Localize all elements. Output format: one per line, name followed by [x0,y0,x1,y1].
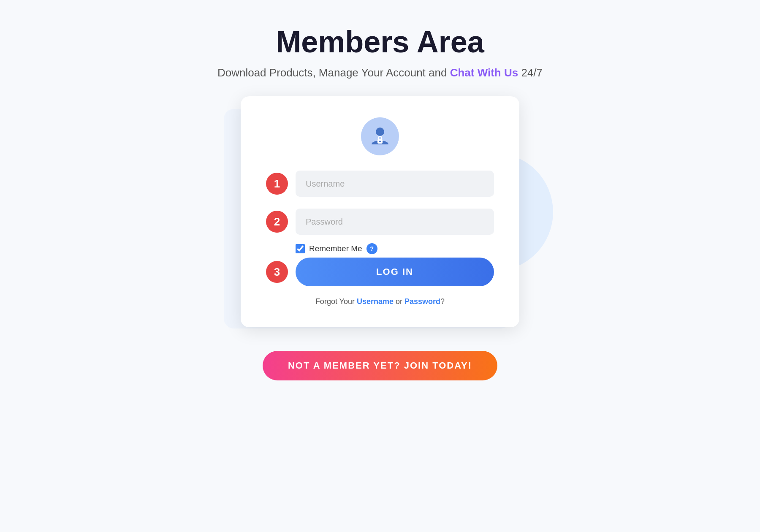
join-today-button[interactable]: NOT A MEMBER YET? JOIN TODAY! [263,351,497,380]
forgot-before: Forgot Your [315,297,355,306]
forgot-username-link[interactable]: Username [357,297,394,306]
remember-me-checkbox[interactable] [296,244,305,253]
subtitle-before: Download Products, Manage Your Account a… [217,66,447,79]
avatar-container [361,117,399,155]
page-title: Members Area [217,25,543,59]
username-row: 1 [266,171,494,197]
card-wrapper: 1 2 Remember Me ? 3 LOG IN Forgot Your U… [232,96,528,327]
forgot-row: Forgot Your Username or Password? [315,297,445,306]
forgot-password-link[interactable]: Password [404,297,440,306]
forgot-after: ? [440,297,445,306]
help-icon[interactable]: ? [366,243,377,254]
step-badge-3: 3 [266,261,288,283]
svg-point-0 [376,128,384,136]
step-badge-1: 1 [266,173,288,195]
remember-me-row: Remember Me ? [266,243,494,254]
step-badge-2: 2 [266,211,288,233]
login-button[interactable]: LOG IN [296,258,494,286]
remember-me-label: Remember Me [309,244,362,253]
fields-area: 1 2 [266,171,494,235]
chat-with-us-link[interactable]: Chat With Us [450,66,518,79]
login-card: 1 2 Remember Me ? 3 LOG IN Forgot Your U… [241,96,519,327]
username-input[interactable] [296,171,494,197]
login-row: 3 LOG IN [266,258,494,286]
password-row: 2 [266,209,494,235]
user-lock-icon [369,125,391,148]
avatar [361,117,399,155]
subtitle-247: 24/7 [521,66,543,79]
page-subtitle: Download Products, Manage Your Account a… [217,66,543,79]
password-input[interactable] [296,209,494,235]
page-header: Members Area Download Products, Manage Y… [217,25,543,79]
forgot-or-text: or [396,297,402,306]
svg-point-2 [379,141,381,142]
